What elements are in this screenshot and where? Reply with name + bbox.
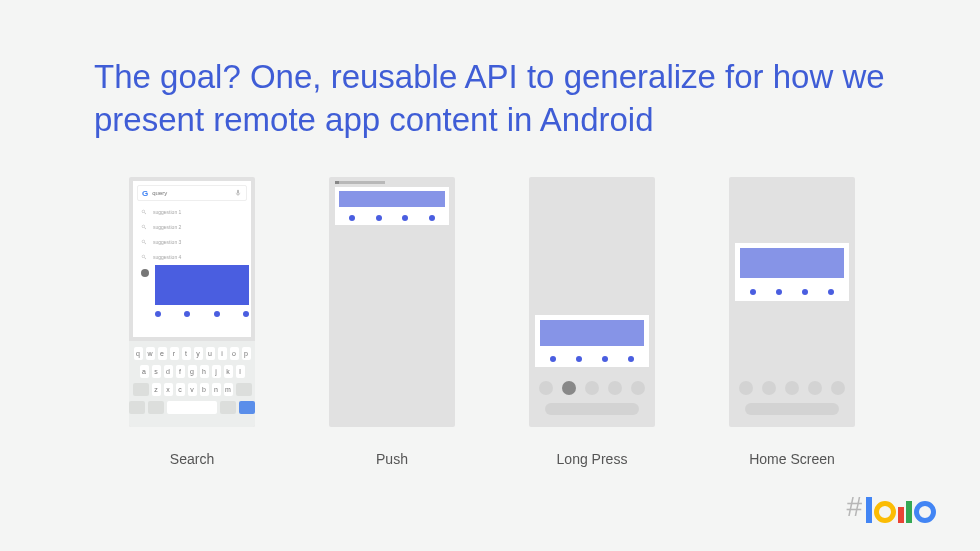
status-bar-icon: [335, 181, 339, 184]
caption-homescreen: Home Screen: [692, 451, 892, 467]
phone-search: G query suggestion 1 suggestion 2 sugges…: [129, 177, 255, 427]
example-search: G query suggestion 1 suggestion 2 sugges…: [92, 177, 292, 467]
keyboard-key: k: [224, 365, 233, 378]
keyboard-row: qwertyuiop: [129, 347, 255, 360]
suggestion-row: suggestion 1: [141, 209, 181, 215]
keyboard-key: t: [182, 347, 191, 360]
keyboard-row: zxcvbnm: [129, 383, 255, 396]
keyboard-key: f: [176, 365, 185, 378]
example-longpress: Long Press: [492, 177, 692, 467]
search-pill: [745, 403, 839, 415]
keyboard-key: b: [200, 383, 209, 396]
keyboard-key: d: [164, 365, 173, 378]
status-bar-icon: [335, 181, 385, 184]
logo-circle-icon: [914, 501, 936, 523]
keyboard-key: o: [230, 347, 239, 360]
keyboard-key: x: [164, 383, 173, 396]
keyboard-key: [129, 401, 145, 414]
keyboard: qwertyuiop asdfghjkl zxcvbnm: [129, 341, 255, 427]
io18-logo: #: [846, 491, 936, 523]
slice-card: [339, 191, 445, 207]
keyboard-key: y: [194, 347, 203, 360]
logo-bar-icon: [906, 501, 912, 523]
keyboard-key: e: [158, 347, 167, 360]
slice-card: [155, 265, 249, 305]
mic-icon: [234, 189, 242, 197]
suggestion-row: suggestion 4: [141, 254, 181, 260]
slice-widget: [735, 243, 849, 301]
search-panel: G query suggestion 1 suggestion 2 sugges…: [133, 181, 251, 337]
keyboard-send: [239, 401, 255, 414]
phone-longpress: [529, 177, 655, 427]
dock-apps: [735, 381, 849, 395]
keyboard-key: i: [218, 347, 227, 360]
slice-actions: [540, 356, 644, 362]
caption-push: Push: [292, 451, 492, 467]
slice-card: [540, 320, 644, 346]
suggestion-row: suggestion 2: [141, 224, 181, 230]
caption-search: Search: [92, 451, 292, 467]
hashtag-icon: #: [846, 491, 862, 523]
slice-card: [740, 248, 844, 278]
keyboard-row: asdfghjkl: [129, 365, 255, 378]
logo-bar-icon: [866, 497, 872, 523]
keyboard-key: m: [224, 383, 233, 396]
keyboard-key: j: [212, 365, 221, 378]
app-dot-icon: [141, 269, 149, 277]
phone-homescreen: [729, 177, 855, 427]
keyboard-key: v: [188, 383, 197, 396]
logo-bar-icon: [898, 507, 904, 523]
keyboard-key: n: [212, 383, 221, 396]
caption-longpress: Long Press: [492, 451, 692, 467]
slice-widget: [335, 187, 449, 225]
search-pill: [545, 403, 639, 415]
slice-actions: [339, 215, 445, 221]
suggestion-row: suggestion 3: [141, 239, 181, 245]
search-bar: G query: [137, 185, 247, 201]
keyboard-key: g: [188, 365, 197, 378]
search-query: query: [152, 190, 167, 196]
keyboard-key: s: [152, 365, 161, 378]
slice-actions: [155, 311, 249, 317]
slice-widget: [535, 315, 649, 367]
phone-push: [329, 177, 455, 427]
slice-actions: [740, 289, 844, 295]
logo-circle-icon: [874, 501, 896, 523]
keyboard-key: q: [134, 347, 143, 360]
keyboard-row: [129, 401, 255, 414]
keyboard-key: z: [152, 383, 161, 396]
example-push: Push: [292, 177, 492, 467]
slide-title: The goal? One, reusable API to generaliz…: [94, 56, 894, 142]
keyboard-key: w: [146, 347, 155, 360]
examples-row: G query suggestion 1 suggestion 2 sugges…: [0, 177, 980, 477]
keyboard-key: l: [236, 365, 245, 378]
keyboard-space: [167, 401, 217, 414]
keyboard-key: [148, 401, 164, 414]
google-logo-icon: G: [142, 189, 148, 198]
keyboard-key: [220, 401, 236, 414]
dock-apps: [535, 381, 649, 395]
selected-app-icon: [562, 381, 576, 395]
keyboard-key: u: [206, 347, 215, 360]
example-homescreen: Home Screen: [692, 177, 892, 467]
keyboard-key: a: [140, 365, 149, 378]
keyboard-key: p: [242, 347, 251, 360]
keyboard-key: r: [170, 347, 179, 360]
keyboard-key: h: [200, 365, 209, 378]
keyboard-key: c: [176, 383, 185, 396]
